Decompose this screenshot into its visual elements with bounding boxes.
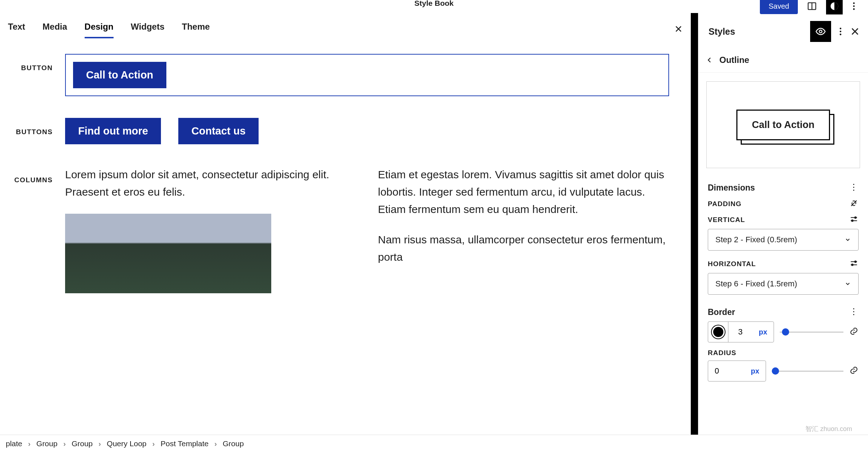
svg-point-21 <box>855 261 856 263</box>
stylebook-tabs: Text Media Design Widgets Theme <box>0 13 691 43</box>
border-width-control[interactable]: px <box>708 321 774 342</box>
preview-cta-label: Call to Action <box>736 110 830 140</box>
col2-text1: Etiam et egestas lorem. Vivamus sagittis… <box>378 166 669 218</box>
vertical-label: VERTICAL <box>708 216 745 224</box>
tab-text[interactable]: Text <box>8 22 25 38</box>
section-label-button: BUTTON <box>7 54 65 72</box>
stylebook-toggle-button[interactable] <box>810 21 831 42</box>
chevron-right-icon: › <box>214 439 217 448</box>
unlink-padding-icon[interactable] <box>849 199 859 209</box>
columns-block[interactable]: Lorem ipsum dolor sit amet, consectetur … <box>65 166 669 293</box>
radius-slider[interactable] <box>772 371 843 372</box>
settings-icon-2[interactable] <box>849 259 859 269</box>
radius-label: RADIUS <box>708 349 736 357</box>
cta-button[interactable]: Call to Action <box>73 62 166 88</box>
chevron-right-icon: › <box>28 439 31 448</box>
border-unit[interactable]: px <box>752 328 774 336</box>
tab-media[interactable]: Media <box>43 22 67 38</box>
section-label-buttons: BUTTONS <box>7 118 65 136</box>
border-color-swatch[interactable] <box>708 322 728 342</box>
col1-text: Lorem ipsum dolor sit amet, consectetur … <box>65 166 356 201</box>
breadcrumb-item[interactable]: Post Template <box>161 439 209 448</box>
button-block[interactable]: Call to Action <box>65 54 669 96</box>
tab-theme[interactable]: Theme <box>182 22 210 38</box>
contrast-button[interactable] <box>826 0 843 14</box>
link-border-icon[interactable] <box>849 327 859 337</box>
settings-icon[interactable] <box>849 214 859 225</box>
close-sidepanel-button[interactable] <box>850 23 860 40</box>
horizontal-select[interactable]: Step 6 - Fixed (1.5rem) <box>708 273 859 295</box>
breadcrumb-item[interactable]: Query Loop <box>107 439 146 448</box>
svg-point-10 <box>840 31 842 33</box>
radius-control[interactable]: px <box>708 361 766 381</box>
col2-text2: Nam risus massa, ullamcorper consectetur… <box>378 231 669 266</box>
saved-button[interactable]: Saved <box>760 0 798 14</box>
svg-point-11 <box>840 34 842 35</box>
svg-point-9 <box>840 28 842 30</box>
radius-unit[interactable]: px <box>744 367 766 375</box>
more-menu-button[interactable] <box>848 0 859 14</box>
svg-point-17 <box>855 217 856 218</box>
sidepanel-more-button[interactable] <box>835 23 846 40</box>
contact-button[interactable]: Contact us <box>178 118 259 144</box>
findout-button[interactable]: Find out more <box>65 118 161 144</box>
section-label-columns: COLUMNS <box>7 166 65 184</box>
dimensions-heading: Dimensions <box>708 183 755 193</box>
svg-point-22 <box>852 264 853 265</box>
view-toggle-button[interactable] <box>804 0 820 14</box>
dimensions-more-icon[interactable]: ⋯ <box>849 183 859 192</box>
border-width-input[interactable] <box>728 327 752 337</box>
svg-point-8 <box>819 30 822 33</box>
chevron-right-icon: › <box>98 439 101 448</box>
svg-point-5 <box>853 8 855 10</box>
horizontal-label: HORIZONTAL <box>708 260 756 268</box>
watermark: 智汇 zhuon.com <box>805 425 852 433</box>
back-nav[interactable]: Outline <box>698 50 868 73</box>
column-right: Etiam et egestas lorem. Vivamus sagittis… <box>378 166 669 293</box>
breadcrumb-item[interactable]: Group <box>223 439 244 448</box>
vertical-value: Step 2 - Fixed (0.5rem) <box>715 235 797 244</box>
close-stylebook-button[interactable] <box>674 25 683 36</box>
sidepanel-title: Styles <box>709 26 806 37</box>
svg-point-18 <box>852 220 853 221</box>
breadcrumb: plate › Group › Group › Query Loop › Pos… <box>0 435 868 452</box>
padding-label: PADDING <box>708 200 741 208</box>
tab-design[interactable]: Design <box>85 22 114 38</box>
chevron-right-icon: › <box>152 439 155 448</box>
breadcrumb-item[interactable]: plate <box>6 439 22 448</box>
radius-input[interactable] <box>708 366 744 376</box>
tab-widgets[interactable]: Widgets <box>131 22 165 38</box>
border-more-icon[interactable]: ⋯ <box>849 307 859 317</box>
image-placeholder <box>65 214 271 293</box>
svg-point-4 <box>853 5 855 7</box>
back-label: Outline <box>719 55 749 65</box>
page-title: Style Book <box>414 0 454 8</box>
border-width-slider[interactable] <box>780 332 843 333</box>
vertical-select[interactable]: Step 2 - Fixed (0.5rem) <box>708 229 859 251</box>
horizontal-value: Step 6 - Fixed (1.5rem) <box>715 279 797 289</box>
breadcrumb-item[interactable]: Group <box>72 439 93 448</box>
chevron-right-icon: › <box>63 439 66 448</box>
buttons-block[interactable]: Find out more Contact us <box>65 118 669 144</box>
border-heading: Border <box>708 307 735 317</box>
style-preview: Call to Action <box>706 81 860 168</box>
breadcrumb-item[interactable]: Group <box>37 439 58 448</box>
svg-point-3 <box>853 3 855 4</box>
column-left: Lorem ipsum dolor sit amet, consectetur … <box>65 166 356 293</box>
link-radius-icon[interactable] <box>849 366 859 376</box>
